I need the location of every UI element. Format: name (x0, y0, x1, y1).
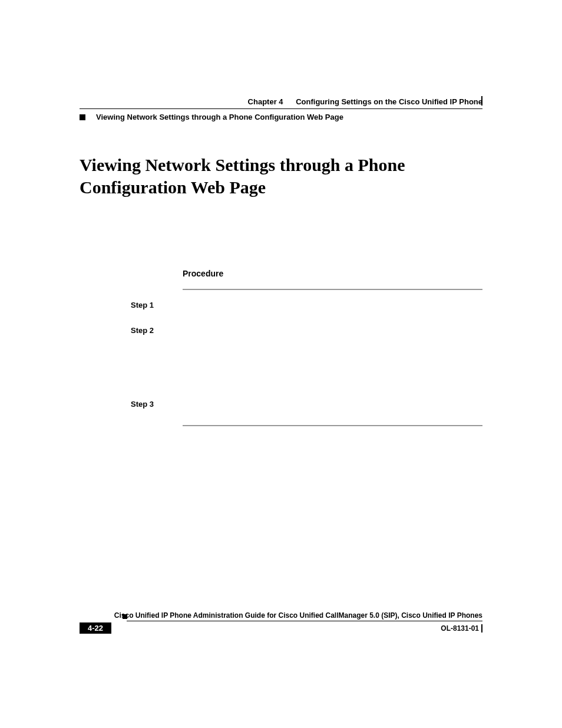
footer-square-icon (123, 614, 127, 619)
step-label: Step 3 (131, 400, 183, 409)
square-bullet-icon (80, 114, 85, 120)
procedure-step: Step 2 (183, 326, 482, 335)
document-number: OL-8131-01 (441, 624, 479, 633)
step-label: Step 1 (131, 301, 183, 309)
procedure-step: Step 3 (183, 400, 482, 409)
header-section-row: Viewing Network Settings through a Phone… (80, 108, 482, 121)
footer-bottom-row: 4-22 OL-8131-01 (80, 622, 482, 634)
chapter-number: Chapter 4 (248, 97, 283, 106)
section-header-text: Viewing Network Settings through a Phone… (96, 113, 343, 121)
footer-guide-title: Cisco Unified IP Phone Administration Gu… (114, 611, 482, 620)
page-title: Viewing Network Settings through a Phone… (80, 154, 482, 198)
step-label: Step 2 (131, 326, 183, 335)
chapter-title: Configuring Settings on the Cisco Unifie… (296, 97, 482, 106)
page-footer: Cisco Unified IP Phone Administration Gu… (80, 611, 482, 634)
procedure-label: Procedure (183, 269, 482, 278)
header-pipe-icon (481, 96, 482, 106)
footer-pipe-icon (481, 624, 482, 633)
procedure-block: Procedure Step 1 Step 2 Step 3 (183, 269, 482, 426)
divider-top (183, 289, 482, 290)
footer-title-row: Cisco Unified IP Phone Administration Gu… (80, 611, 482, 621)
divider-bottom (183, 425, 482, 426)
footer-rule (127, 621, 482, 621)
page-number: 4-22 (80, 622, 111, 634)
page-content: Chapter 4 Configuring Settings on the Ci… (80, 97, 482, 631)
footer-right-group: OL-8131-01 (441, 624, 482, 633)
procedure-step: Step 1 (183, 301, 482, 309)
running-header: Chapter 4 Configuring Settings on the Ci… (80, 97, 482, 121)
header-top-line: Chapter 4 Configuring Settings on the Ci… (80, 97, 482, 106)
